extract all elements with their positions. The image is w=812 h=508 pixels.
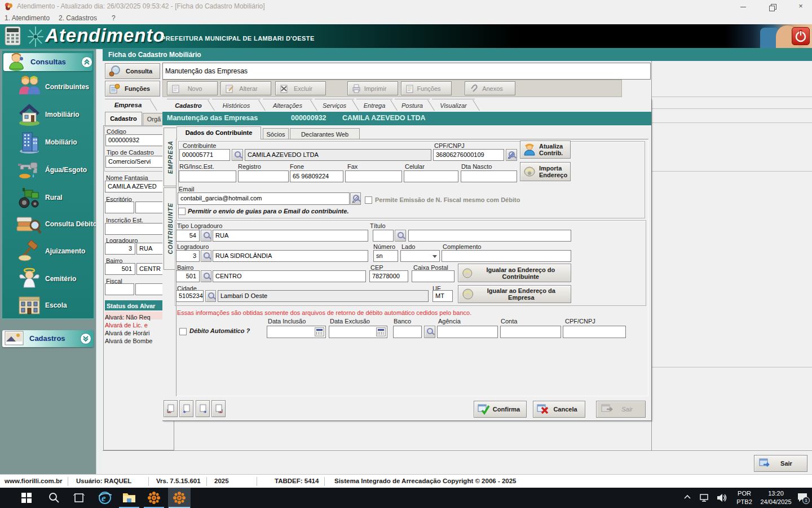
logradouro-search[interactable] — [201, 250, 211, 262]
contribuinte-code-field[interactable]: 000005771 — [179, 149, 230, 161]
igualar-empresa-button[interactable]: Igualar ao Endereço da Empresa — [458, 285, 571, 303]
logradouro-num[interactable]: 3 — [176, 250, 200, 262]
caixa-postal-field[interactable] — [412, 270, 454, 282]
sidebar-item-cemiterio[interactable]: Cemitério — [0, 265, 96, 292]
fiorilli-app-icon[interactable] — [147, 491, 161, 505]
tipo-logradouro-num[interactable]: 54 — [176, 230, 200, 242]
search-input[interactable]: Manutenção das Empresas — [162, 63, 651, 80]
power-button[interactable] — [792, 27, 810, 45]
lado-select[interactable] — [400, 250, 440, 262]
consulta-button[interactable]: Consulta — [105, 63, 160, 79]
bairro-field[interactable]: CENTRO — [213, 270, 366, 282]
sidebar-item-consulta-debitos[interactable]: Consulta Débitos — [0, 211, 96, 238]
minimize-button[interactable] — [733, 0, 753, 12]
task-view-icon[interactable] — [73, 492, 85, 506]
contribuinte-search-button[interactable] — [232, 149, 243, 161]
numero-field[interactable]: sn — [373, 250, 398, 262]
tab-servicos[interactable]: Serviços — [315, 99, 354, 111]
debito-automatico-checkbox[interactable] — [179, 328, 187, 335]
tray-clock[interactable]: 13:2024/04/2025 — [758, 489, 793, 506]
sidebar-item-mobiliario[interactable]: Mobiliário — [0, 128, 96, 156]
tab-cadastro[interactable]: Cadastro — [167, 99, 210, 111]
sidebar-item-escola[interactable]: Escola — [0, 292, 96, 319]
menu-atendimento[interactable]: 1. Atendimento — [5, 12, 50, 24]
sidebar-item-ajuizamento[interactable]: Ajuizamento — [0, 238, 96, 265]
bairro-num[interactable]: 501 — [176, 270, 200, 282]
bottom-sair-button[interactable]: Sair — [754, 455, 807, 472]
tab-dados-contribuinte[interactable]: Dados do Contribuinte — [176, 126, 261, 139]
tray-network-icon[interactable] — [699, 493, 710, 505]
tipo-logradouro-search[interactable] — [201, 230, 211, 242]
nav-next-button[interactable] — [196, 400, 210, 417]
nav-last-button[interactable] — [211, 400, 226, 417]
banco-field[interactable] — [393, 326, 422, 338]
escritorio-field1[interactable] — [105, 202, 134, 213]
bairro-search[interactable] — [201, 270, 211, 282]
side-tab-empresa[interactable]: EMPRESA — [164, 128, 176, 186]
dta-nascto-field[interactable] — [461, 170, 517, 182]
restore-button[interactable] — [762, 0, 783, 12]
agencia-field[interactable] — [437, 326, 498, 338]
sidebar-item-contribuintes[interactable]: Contribuintes — [0, 73, 96, 100]
panel-bairro-num[interactable]: 501 — [105, 263, 135, 275]
fone-field[interactable]: 65 96809224 — [290, 170, 343, 182]
confirma-button[interactable]: Confirma — [474, 401, 527, 418]
cancela-button[interactable]: Cancela — [533, 401, 585, 418]
funcoes2-button[interactable]: Funções — [401, 81, 452, 95]
menu-cadastros[interactable]: 2. Cadastros — [59, 12, 97, 24]
tray-language[interactable]: PORPTB2 — [733, 489, 756, 506]
data-inclusao-field[interactable] — [267, 326, 326, 338]
sidebar-item-agua[interactable]: Água/Esgoto — [0, 156, 96, 183]
chevron-up-icon[interactable] — [81, 56, 92, 68]
anexos-button[interactable]: Anexos — [465, 81, 515, 95]
titulo-field[interactable] — [408, 230, 571, 242]
tab-historicos[interactable]: Históricos — [212, 99, 261, 111]
sidebar-item-imobiliario[interactable]: Imobiliário — [0, 100, 96, 128]
nav-prev-button[interactable] — [179, 400, 193, 417]
tray-volume-icon[interactable] — [716, 493, 727, 505]
tray-chevron-icon[interactable] — [683, 493, 691, 503]
complemento-field[interactable] — [442, 250, 571, 262]
excluir-button[interactable]: Excluir — [275, 81, 326, 95]
sidebar-group-consultas[interactable]: Consultas — [3, 53, 92, 71]
panel-logradouro-num[interactable]: 3 — [105, 243, 135, 255]
start-button[interactable] — [21, 493, 32, 503]
cidade-num[interactable]: 5105234 — [176, 290, 204, 302]
chevron-down-icon[interactable] — [80, 333, 91, 344]
tipo-cadastro-field[interactable]: Comercio/Servi — [105, 156, 171, 168]
tipo-logradouro-field[interactable]: RUA — [213, 230, 368, 242]
alterar-button[interactable]: Alterar — [220, 81, 271, 95]
fiscal-field1[interactable] — [105, 283, 134, 295]
sidebar-group-cadastros[interactable]: Cadastros — [2, 330, 94, 347]
cep-field[interactable]: 78278000 — [369, 270, 408, 282]
funcoes-button[interactable]: Funções — [105, 81, 160, 97]
cpf-edit-button[interactable] — [506, 149, 517, 161]
imprimir-button[interactable]: Imprimir — [347, 81, 398, 95]
nav-first-button[interactable] — [164, 400, 178, 417]
close-button[interactable]: × — [791, 0, 811, 12]
panel-tab-organograma[interactable]: Orgã — [143, 113, 165, 125]
permitir-guias-checkbox[interactable] — [178, 208, 186, 215]
titulo-num[interactable] — [373, 230, 394, 242]
logradouro-field[interactable]: RUA SIDROLÂNDIA — [213, 250, 368, 262]
titulo-search[interactable] — [395, 230, 406, 242]
fiorilli-app-active[interactable] — [168, 488, 191, 508]
ie-icon[interactable]: e — [98, 491, 112, 505]
fax-field[interactable] — [345, 170, 402, 182]
email-field[interactable]: contabil_garcia@hotmail.com — [178, 192, 350, 205]
codigo-field[interactable]: 000000932 — [105, 134, 171, 146]
data-exclusao-field[interactable] — [329, 326, 387, 338]
igualar-contribuinte-button[interactable]: Igualar ao Endereço do Contribuinte — [458, 264, 571, 282]
sidebar-scrollbar[interactable] — [96, 49, 103, 474]
panel-tab-cadastro[interactable]: Cadastro — [105, 112, 142, 125]
banco-search[interactable] — [424, 326, 435, 338]
cpf-cnpj-field[interactable]: 36806276000109 — [433, 149, 504, 161]
taskbar-search-icon[interactable] — [48, 492, 60, 506]
email-edit-button[interactable] — [350, 192, 361, 205]
importa-endereco-button[interactable]: ImportaEndereço — [520, 162, 571, 181]
novo-button[interactable]: Novo — [167, 81, 218, 95]
cidade-search[interactable] — [205, 290, 216, 302]
notification-icon[interactable]: 1 — [797, 492, 808, 502]
file-explorer-icon[interactable] — [122, 492, 136, 503]
registro-field[interactable] — [238, 170, 289, 182]
